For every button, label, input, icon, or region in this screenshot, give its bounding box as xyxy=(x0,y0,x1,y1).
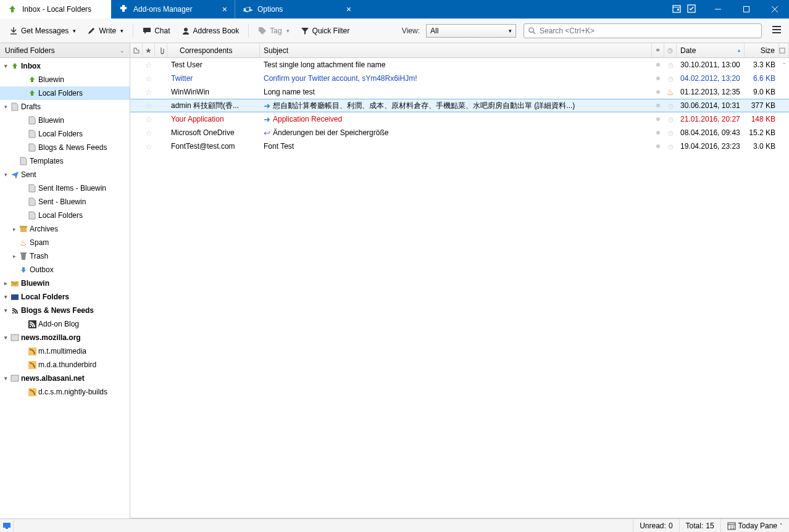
folder-pane-header[interactable]: Unified Folders ⌄ xyxy=(0,43,130,58)
message-row[interactable]: ☆Your Application➜Application Received◷2… xyxy=(130,112,789,126)
twisty-icon[interactable]: ▾ xyxy=(2,294,9,300)
msg-subject: ➜想自動計算餐廳帳目、利潤、成本、原材料倉存、手機點菜、水吧廚房自動出單 (詳細… xyxy=(260,99,652,112)
folder-item[interactable]: ▾Sent xyxy=(0,168,130,181)
message-row[interactable]: ☆FontTest@test.comFont Test◷19.04.2016, … xyxy=(130,139,789,153)
chevron-down-icon[interactable]: ▾ xyxy=(73,28,76,34)
folder-item[interactable]: Local Folders xyxy=(0,127,130,141)
star-icon[interactable]: ☆ xyxy=(145,115,152,124)
app-menu-button[interactable] xyxy=(769,23,784,38)
star-icon[interactable]: ☆ xyxy=(145,60,152,70)
folder-icon xyxy=(27,88,37,98)
col-spam-indicator[interactable]: ⚭ xyxy=(652,43,664,57)
twisty-icon[interactable]: ▾ xyxy=(2,375,9,381)
maximize-button[interactable] xyxy=(732,0,761,19)
folder-item[interactable]: Templates xyxy=(0,154,130,168)
folder-item[interactable]: Bluewin xyxy=(0,73,130,86)
label: Write xyxy=(99,27,116,35)
folder-icon xyxy=(10,292,20,302)
folder-item[interactable]: ▸Bluewin xyxy=(0,276,130,290)
star-icon[interactable]: ☆ xyxy=(145,88,152,97)
address-book-button[interactable]: Address Book xyxy=(177,23,244,38)
col-attachment[interactable] xyxy=(155,43,167,57)
tasks-icon[interactable] xyxy=(687,4,696,15)
tag-button[interactable]: Tag ▾ xyxy=(254,23,293,38)
folder-item[interactable]: ▾news.albasani.net xyxy=(0,372,130,385)
folder-item[interactable]: Sent - Bluewin xyxy=(0,195,130,209)
read-dot: ◷ xyxy=(668,143,674,150)
online-status-icon[interactable] xyxy=(0,519,14,532)
folder-item[interactable]: ▾Inbox xyxy=(0,59,130,73)
tab-options[interactable]: Options × xyxy=(235,0,359,19)
chat-button[interactable]: Chat xyxy=(138,23,174,38)
close-button[interactable] xyxy=(761,0,789,19)
message-row[interactable]: ☆TwitterConfirm your Twitter account, sY… xyxy=(130,72,789,85)
twisty-icon[interactable]: ▾ xyxy=(2,104,9,110)
view-select[interactable]: All ▾ xyxy=(426,24,516,38)
col-picker[interactable] xyxy=(779,43,789,57)
chevron-down-icon[interactable]: ▾ xyxy=(120,28,123,34)
folder-item[interactable]: Outbox xyxy=(0,263,130,276)
folder-item[interactable]: Blogs & News Feeds xyxy=(0,141,130,154)
close-icon[interactable]: × xyxy=(210,4,227,14)
col-correspondents[interactable]: Correspondents xyxy=(167,43,260,57)
quick-filter-button[interactable]: Quick Filter xyxy=(296,23,354,38)
folder-label: news.mozilla.org xyxy=(21,333,81,342)
twisty-icon[interactable]: ▾ xyxy=(2,172,9,178)
tab-inbox[interactable]: Inbox - Local Folders xyxy=(0,0,111,19)
search-input[interactable] xyxy=(524,23,762,38)
message-row[interactable]: ☆Microsoft OneDrive↩Änderungen bei der S… xyxy=(130,126,789,139)
col-read[interactable]: ◷ xyxy=(664,43,677,57)
col-star[interactable]: ★ xyxy=(143,43,155,57)
tab-addons[interactable]: Add-ons Manager × xyxy=(111,0,235,19)
folder-item[interactable]: Bluewin xyxy=(0,114,130,127)
col-subject[interactable]: Subject xyxy=(260,43,652,57)
folder-tree[interactable]: ▾InboxBluewinLocal Folders▾DraftsBluewin… xyxy=(0,58,130,518)
twisty-icon[interactable]: ▾ xyxy=(2,307,9,314)
twisty-icon[interactable]: ▸ xyxy=(11,226,17,232)
star-icon[interactable]: ☆ xyxy=(145,101,152,110)
get-messages-button[interactable]: Get Messages ▾ xyxy=(5,23,80,38)
folder-item[interactable]: ▾Drafts xyxy=(0,100,130,114)
scroll-gutter xyxy=(779,85,789,99)
forward-icon: ➜ xyxy=(264,115,270,124)
minimize-button[interactable] xyxy=(704,0,732,19)
folder-item[interactable]: ▾news.mozilla.org xyxy=(0,331,130,344)
folder-item[interactable]: ▸Trash xyxy=(0,249,130,263)
chevron-down-icon[interactable]: ⌄ xyxy=(120,48,125,54)
svg-rect-27 xyxy=(11,375,19,381)
close-icon[interactable]: × xyxy=(334,4,351,14)
star-icon[interactable]: ☆ xyxy=(145,142,152,151)
col-thread[interactable] xyxy=(130,43,143,57)
message-row[interactable]: ☆WinWinWinLong name test♨01.12.2013, 12:… xyxy=(130,85,789,99)
folder-item[interactable]: ▾Local Folders xyxy=(0,290,130,304)
message-row[interactable]: ☆admin 科技顧問(香...➜想自動計算餐廳帳目、利潤、成本、原材料倉存、手… xyxy=(130,99,789,112)
svg-point-10 xyxy=(529,28,533,32)
chevron-down-icon[interactable]: ▾ xyxy=(286,28,290,34)
folder-item[interactable]: m.t.multimedia xyxy=(0,344,130,358)
col-date[interactable]: Date ▴ xyxy=(677,43,745,57)
today-pane-button[interactable]: 11 Today Pane ˄ xyxy=(720,519,789,532)
twisty-icon[interactable]: ▾ xyxy=(2,63,9,69)
folder-item[interactable]: d.c.s.m.nightly-builds xyxy=(0,385,130,399)
svg-rect-31 xyxy=(6,528,8,529)
twisty-icon[interactable]: ▾ xyxy=(2,335,9,341)
msg-subject: Font Test xyxy=(260,139,652,153)
folder-item[interactable]: Add-on Blog xyxy=(0,317,130,331)
folder-item[interactable]: m.d.a.thunderbird xyxy=(0,358,130,372)
message-row[interactable]: ☆Test UserTest single long attachment fi… xyxy=(130,58,789,72)
folder-item[interactable]: ▸Archives xyxy=(0,222,130,236)
folder-item[interactable]: ♨Spam xyxy=(0,236,130,249)
twisty-icon[interactable]: ▸ xyxy=(11,253,17,259)
col-size[interactable]: Size xyxy=(745,43,779,57)
write-button[interactable]: Write ▾ xyxy=(83,23,128,38)
folder-item[interactable]: Local Folders xyxy=(0,86,130,100)
twisty-icon[interactable]: ▸ xyxy=(2,280,9,286)
folder-item[interactable]: ▾Blogs & News Feeds xyxy=(0,304,130,317)
message-list[interactable]: ☆Test UserTest single long attachment fi… xyxy=(130,58,789,518)
calendar-icon[interactable] xyxy=(672,4,682,15)
folder-item[interactable]: Local Folders xyxy=(0,209,130,222)
folder-item[interactable]: Sent Items - Bluewin xyxy=(0,181,130,195)
star-icon[interactable]: ☆ xyxy=(145,128,152,138)
star-icon[interactable]: ☆ xyxy=(145,74,152,83)
search-field[interactable] xyxy=(540,27,758,35)
